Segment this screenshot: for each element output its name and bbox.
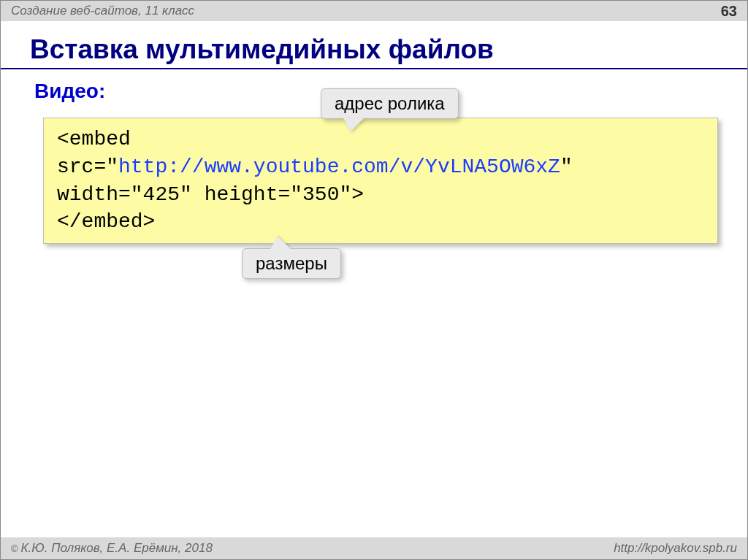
code-token: width="425" height="350"> (57, 183, 364, 206)
code-token: " (560, 156, 573, 178)
code-area: адрес ролика <embed src="http://www.yout… (43, 118, 718, 244)
copyright-icon: © (11, 543, 18, 554)
callout-label: адрес ролика (335, 93, 445, 113)
footer-left: ©К.Ю. Поляков, Е.А. Ерёмин, 2018 (11, 541, 213, 556)
footer: ©К.Ю. Поляков, Е.А. Ерёмин, 2018 http://… (1, 537, 747, 559)
footer-authors: К.Ю. Поляков, Е.А. Ерёмин, 2018 (21, 541, 213, 555)
callout-dimensions: размеры (242, 248, 341, 279)
code-token: <embed (57, 128, 131, 150)
callout-tail-icon (343, 118, 364, 131)
callout-tail-icon (270, 236, 291, 249)
code-url: http://www.youtube.com/v/YvLNA5OW6xZ (118, 156, 560, 178)
topbar: Создание веб-сайтов, 11 класс 63 (1, 1, 747, 21)
slide: Создание веб-сайтов, 11 класс 63 Вставка… (0, 0, 748, 560)
topbar-title: Создание веб-сайтов, 11 класс (11, 4, 194, 18)
callout-video-address: адрес ролика (321, 88, 459, 119)
code-token: src=" (57, 156, 118, 178)
footer-right: http://kpolyakov.spb.ru (614, 541, 737, 556)
code-box: <embed src="http://www.youtube.com/v/YvL… (43, 118, 718, 244)
page-number: 63 (721, 3, 737, 20)
page-title: Вставка мультимедийных файлов (1, 21, 747, 68)
callout-label: размеры (256, 253, 327, 273)
code-token: </embed> (57, 210, 155, 233)
